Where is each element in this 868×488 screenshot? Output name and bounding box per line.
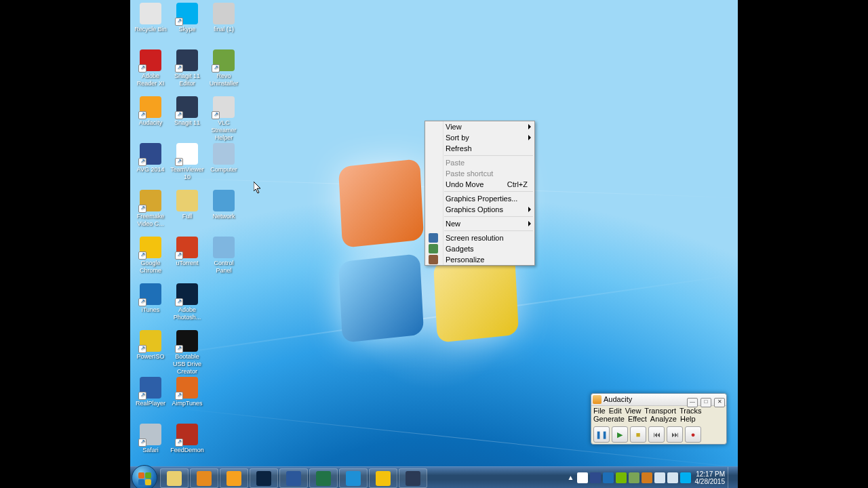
- desktop-icon-poweriso[interactable]: ↗PowerISO: [132, 330, 169, 361]
- desktop-icon-control-panel[interactable]: Control Panel: [205, 237, 242, 274]
- minimize-button[interactable]: —: [687, 398, 698, 407]
- shortcut-arrow-icon: ↗: [138, 111, 146, 119]
- desktop-icon-final-1[interactable]: final (1): [205, 3, 242, 33]
- desktop-context-menu[interactable]: ViewSort byRefreshPastePaste shortcutUnd…: [425, 121, 535, 266]
- show-desktop-button[interactable]: [728, 467, 735, 488]
- taskbar-item-audacity-task[interactable]: [220, 468, 248, 488]
- menu-item-sort-by[interactable]: Sort by: [425, 132, 534, 143]
- audacity-icon: ↗: [140, 96, 161, 118]
- audacity-menu-effect[interactable]: Effect: [628, 415, 647, 423]
- audacity-menu-generate[interactable]: Generate: [593, 415, 625, 423]
- desktop-icon-chrome[interactable]: ↗Google Chrome: [132, 237, 169, 274]
- desktop-icon-bootable-usb[interactable]: ↗Bootable USB Drive Creator: [169, 330, 205, 375]
- photoshop-task-icon: [256, 471, 271, 486]
- taskbar-item-ie[interactable]: [339, 468, 368, 488]
- tray-network-icon[interactable]: [654, 472, 665, 483]
- taskbar-item-photoshop-task[interactable]: [250, 468, 278, 488]
- taskbar-item-word[interactable]: [279, 468, 308, 488]
- tray-volume-icon[interactable]: [667, 472, 678, 483]
- start-button[interactable]: [132, 465, 157, 488]
- audacity-menu-transport[interactable]: Transport: [644, 407, 676, 415]
- final-1-icon: [213, 3, 235, 24]
- desktop-icon-itunes[interactable]: ↗iTunes: [132, 283, 169, 314]
- tray-avg-icon[interactable]: [590, 472, 601, 483]
- teamviewer-icon: ↗: [176, 143, 198, 165]
- recycle-bin-icon: [140, 3, 161, 24]
- desktop-icon-teamviewer[interactable]: ↗TeamViewer 10: [169, 143, 205, 181]
- taskbar-item-wmp[interactable]: [190, 468, 218, 488]
- menu-item-new[interactable]: New: [425, 218, 534, 229]
- audacity-skip-start-button[interactable]: ⏮: [648, 426, 665, 443]
- audacity-menubar[interactable]: FileEditViewTransportTracksGenerateEffec…: [591, 406, 726, 425]
- desktop-icon-skype[interactable]: ↗Skype: [169, 3, 205, 33]
- desktop[interactable]: Recycle Bin↗Skypefinal (1)↗Adobe Reader …: [130, 0, 738, 467]
- audacity-window[interactable]: Audacity — □ ✕ FileEditViewTransportTrac…: [591, 393, 727, 445]
- menu-item-screen-resolution[interactable]: Screen resolution: [425, 232, 534, 243]
- desktop-icon-freemake[interactable]: ↗Freemake Video C...: [132, 190, 169, 228]
- taskbar-item-chrome-task[interactable]: [369, 468, 397, 488]
- menu-item-graphics-options[interactable]: Graphics Options: [425, 204, 534, 215]
- menu-item-label: New: [446, 220, 460, 228]
- taskbar-item-excel[interactable]: [309, 468, 338, 488]
- desktop-icon-aimp[interactable]: ↗AimpTunes: [169, 377, 205, 407]
- desktop-icon-label: iTunes: [132, 306, 169, 314]
- shortcut-arrow-icon: ↗: [212, 64, 220, 73]
- desktop-icon-revo-uninstaller[interactable]: ↗Revo Uninstaller: [205, 49, 242, 87]
- maximize-button[interactable]: □: [701, 398, 711, 407]
- taskbar[interactable]: ▲ 12:17 PM 4/28/2015: [130, 466, 738, 488]
- shortcut-arrow-icon: ↗: [138, 345, 146, 353]
- shortcut-arrow-icon: ↗: [175, 251, 183, 260]
- menu-item-gadgets[interactable]: Gadgets: [425, 243, 534, 254]
- close-button[interactable]: ✕: [714, 398, 725, 407]
- desktop-icon-audacity[interactable]: ↗Audacity: [132, 96, 169, 127]
- desktop-icon-photoshop[interactable]: ↗Adobe Photosh...: [169, 283, 205, 321]
- menu-item-refresh[interactable]: Refresh: [425, 143, 534, 154]
- tray-flag-icon[interactable]: [577, 472, 588, 483]
- desktop-icon-feeddemon[interactable]: ↗FeedDemon: [169, 424, 205, 454]
- menu-item-personalize[interactable]: Personalize: [425, 254, 534, 265]
- chrome-task-icon: [376, 471, 391, 486]
- desktop-icon-vlc-streamer[interactable]: ↗VLC Streamer Helper: [205, 96, 242, 142]
- desktop-icon-recycle-bin[interactable]: Recycle Bin: [132, 3, 169, 33]
- audacity-menu-view[interactable]: View: [625, 407, 642, 415]
- audacity-menu-analyze[interactable]: Analyze: [650, 415, 677, 423]
- tray-overflow-button[interactable]: ▲: [567, 472, 575, 483]
- audacity-menu-edit[interactable]: Edit: [609, 407, 622, 415]
- desktop-icon-snagit-11[interactable]: ↗Snagit 11: [169, 96, 205, 127]
- audacity-menu-file[interactable]: File: [593, 407, 606, 415]
- audacity-titlebar[interactable]: Audacity — □ ✕: [591, 394, 726, 406]
- taskbar-item-explorer[interactable]: [160, 468, 189, 488]
- desktop-icon-utorrent[interactable]: ↗uTorrent: [169, 237, 205, 267]
- audacity-menu-help[interactable]: Help: [680, 415, 696, 423]
- audacity-record-button[interactable]: ●: [685, 426, 701, 443]
- tray-realtek-icon[interactable]: [642, 472, 652, 483]
- desktop-icon-full[interactable]: Full: [169, 190, 205, 220]
- shortcut-arrow-icon: ↗: [175, 158, 183, 166]
- desktop-icon-safari[interactable]: ↗Safari: [132, 424, 169, 454]
- desktop-icon-adobe-reader[interactable]: ↗Adobe Reader XI: [132, 49, 169, 87]
- desktop-icon-realplayer[interactable]: ↗RealPlayer: [132, 377, 169, 407]
- desktop-icon-snagit-editor[interactable]: ↗Snagit 11 Editor: [169, 49, 205, 87]
- tray-safely-remove-icon[interactable]: [629, 472, 639, 483]
- menu-item-undo-move[interactable]: Undo MoveCtrl+Z: [425, 179, 534, 190]
- menu-item-view[interactable]: View: [425, 121, 534, 132]
- tray-skype-tray-icon[interactable]: [680, 472, 691, 483]
- desktop-icon-label: AVG 2014: [132, 166, 169, 174]
- submenu-arrow-icon: [528, 207, 531, 212]
- aimp-icon: ↗: [176, 377, 198, 399]
- audacity-menu-tracks[interactable]: Tracks: [679, 407, 702, 415]
- menu-item-label: Personalize: [446, 256, 484, 264]
- desktop-icon-computer[interactable]: Computer: [205, 143, 242, 174]
- audacity-pause-button[interactable]: ❚❚: [593, 426, 610, 443]
- audacity-stop-button[interactable]: ■: [630, 426, 646, 443]
- desktop-icon-avg-2014[interactable]: ↗AVG 2014: [132, 143, 169, 174]
- taskbar-item-snagit-task[interactable]: [399, 468, 427, 488]
- menu-item-graphics-properties[interactable]: Graphics Properties...: [425, 193, 534, 204]
- audacity-play-button[interactable]: ▶: [612, 426, 628, 443]
- audacity-skip-end-button[interactable]: ⏭: [667, 426, 683, 443]
- taskbar-clock[interactable]: 12:17 PM 4/28/2015: [695, 470, 726, 485]
- tray-nvidia-icon[interactable]: [616, 472, 627, 483]
- tray-bt-icon[interactable]: [603, 472, 614, 483]
- desktop-icon-network[interactable]: Network: [205, 190, 242, 220]
- desktop-icon-label: Computer: [205, 166, 242, 174]
